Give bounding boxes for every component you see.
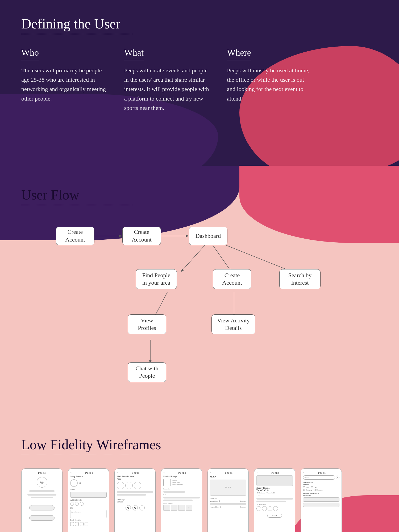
flow-diagram: Create Account Create Account Dashboard … [40, 219, 359, 405]
section3-title: Low Fidelity Wireframes [21, 437, 388, 452]
flow-node-view-profiles: View Profiles [128, 314, 166, 334]
flow-title-underline [21, 205, 133, 205]
what-column: What Peeps will curate events and people… [124, 48, 211, 113]
wireframe-setup: < Peeps Setup Account 62 Name Add Intere… [68, 468, 109, 532]
flow-arrows [40, 219, 359, 405]
wf1-title: Peeps [24, 471, 60, 474]
svg-line-6 [154, 292, 168, 317]
flow-node-find-people: Find People in your area [136, 269, 177, 289]
flow-node-create-account-1: Create Account [56, 227, 94, 245]
flow-node-chat-people: Chat with People [128, 362, 166, 382]
who-body: The users will primarily be people age 2… [21, 66, 108, 103]
wireframe-search: < Peeps Search ⊕ Activities ByInterest Y… [301, 468, 342, 532]
where-body: Peeps will mostly be used at home, the o… [227, 66, 314, 103]
svg-line-3 [181, 245, 205, 272]
where-header: Where [227, 48, 251, 60]
defining-columns: Who The users will primarily be people a… [21, 48, 314, 113]
section1-title: Defining the User [21, 16, 378, 32]
who-header: Who [21, 48, 39, 60]
flow-node-create-account-2: Create Account [122, 227, 161, 245]
flow-node-view-activity: View Activity Details [211, 314, 255, 334]
where-column: Where Peeps will mostly be used at home,… [227, 48, 314, 113]
wireframes-row: Peeps ⊕ [21, 468, 388, 532]
wireframe-activity: < Peeps Happy Hour atTaco Craft ⊕ ⊕ Dist… [254, 468, 295, 532]
flow-node-dashboard: Dashboard [189, 227, 227, 245]
flow-node-search-interest: Search by Interest [279, 269, 321, 289]
section-defining: Defining the User Who The users will pri… [0, 0, 399, 166]
svg-line-4 [213, 245, 231, 272]
wireframe-map: < Peeps MAP MAP Activities Yoga Class ⊕ … [207, 468, 249, 532]
wireframes-title-underline [21, 455, 133, 455]
section-userflow: User Flow [0, 166, 399, 421]
wireframe-profile: < Peeps Profile / Image Name Send Msg. M… [161, 468, 202, 532]
title-underline [21, 34, 133, 34]
section2-title: User Flow [21, 187, 378, 203]
what-header: What [124, 48, 144, 60]
section-wireframes: Low Fidelity Wireframes Peeps ⊕ [0, 421, 399, 532]
wireframe-splash: Peeps ⊕ [21, 468, 63, 532]
what-body: Peeps will curate events and people in t… [124, 66, 211, 113]
who-column: Who The users will primarily be people a… [21, 48, 108, 113]
svg-line-5 [226, 245, 293, 272]
wireframe-find: < Peeps Find Peeps in YourArea None/age … [114, 468, 156, 532]
flow-node-create-account-3: Create Account [213, 269, 251, 289]
